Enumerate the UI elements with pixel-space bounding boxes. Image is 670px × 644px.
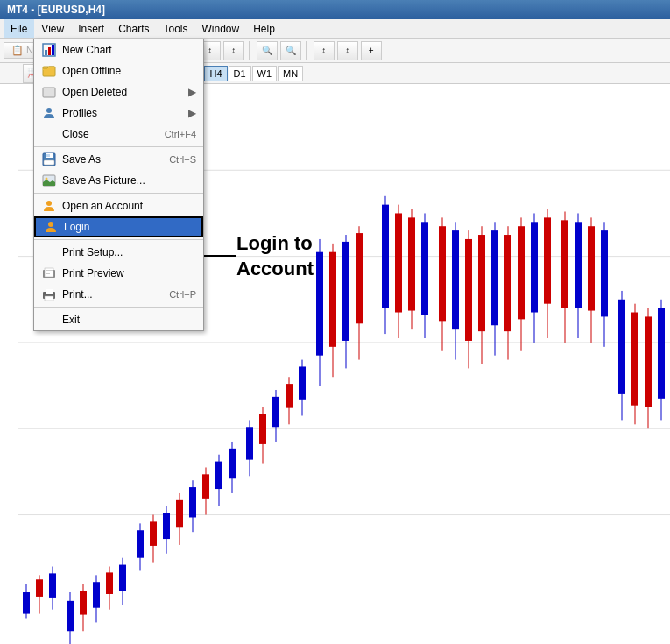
print-preview-label: Print Preview	[62, 267, 196, 280]
menu-file[interactable]: File	[4, 19, 34, 38]
menu-view[interactable]: View	[34, 19, 71, 38]
svg-point-113	[46, 201, 52, 206]
print-setup-icon	[41, 244, 57, 260]
svg-rect-70	[478, 235, 485, 331]
menu-open-account[interactable]: Open an Account	[34, 195, 203, 216]
open-account-icon	[41, 198, 57, 214]
tf-h4[interactable]: H4	[204, 66, 227, 81]
toolbar-separator-4	[306, 41, 309, 60]
svg-rect-54	[356, 233, 363, 323]
separator-2	[34, 193, 203, 194]
menu-login[interactable]: Login	[34, 216, 203, 237]
svg-rect-32	[202, 474, 209, 499]
print-shortcut: Ctrl+P	[169, 289, 196, 300]
svg-rect-52	[342, 242, 349, 341]
profiles-arrow: ▶	[188, 107, 196, 119]
new-chart-label: New Chart	[62, 44, 196, 56]
svg-rect-117	[46, 270, 53, 271]
exit-icon	[41, 312, 57, 328]
svg-rect-20	[119, 565, 126, 591]
svg-rect-22	[137, 530, 144, 557]
save-as-label: Save As	[62, 153, 169, 166]
menu-window[interactable]: Window	[195, 19, 247, 38]
svg-rect-82	[561, 220, 568, 308]
svg-rect-36	[229, 449, 236, 478]
menu-print[interactable]: Print... Ctrl+P	[34, 284, 203, 305]
menu-open-offline[interactable]: Open Offline	[34, 60, 203, 81]
svg-rect-24	[150, 521, 157, 546]
svg-rect-101	[48, 47, 51, 55]
toolbar-btn-5[interactable]: ↕	[314, 41, 335, 60]
svg-rect-119	[46, 273, 50, 274]
svg-rect-30	[189, 487, 196, 517]
toolbar-separator-3	[249, 41, 252, 60]
menu-print-preview[interactable]: Print Preview	[34, 263, 203, 284]
svg-rect-60	[408, 217, 415, 310]
toolbar-btn-6[interactable]: ↕	[337, 41, 358, 60]
svg-rect-16	[93, 582, 100, 607]
annotation-text: Login toAccount	[236, 231, 314, 281]
toolbar-btn-7[interactable]: +	[361, 41, 382, 60]
print-preview-icon	[41, 265, 57, 281]
svg-rect-44	[286, 384, 293, 408]
svg-rect-121	[46, 289, 53, 294]
svg-rect-62	[421, 222, 428, 315]
svg-rect-34	[215, 462, 222, 489]
open-deleted-label: Open Deleted	[62, 86, 188, 98]
tf-w1[interactable]: W1	[252, 66, 278, 81]
svg-rect-46	[299, 366, 306, 399]
close-shortcut: Ctrl+F4	[165, 129, 196, 139]
svg-rect-8	[36, 579, 43, 597]
title-bar: MT4 - [EURUSD,H4]	[0, 0, 670, 19]
toolbar-btn-2[interactable]: ↕	[223, 41, 244, 60]
menu-save-as[interactable]: Save As Ctrl+S	[34, 149, 203, 170]
open-offline-icon	[41, 63, 57, 79]
svg-rect-110	[44, 160, 54, 165]
menu-help[interactable]: Help	[246, 19, 282, 38]
new-order-icon: 📋	[11, 45, 24, 55]
svg-rect-105	[43, 88, 55, 97]
svg-rect-80	[544, 217, 551, 303]
menu-tools[interactable]: Tools	[157, 19, 195, 38]
svg-rect-78	[531, 222, 538, 312]
menu-charts[interactable]: Charts	[111, 19, 156, 38]
menu-new-chart[interactable]: New Chart	[34, 39, 203, 60]
svg-rect-102	[52, 45, 54, 55]
open-deleted-icon	[41, 84, 57, 100]
zoom-in-button[interactable]: 🔍	[257, 41, 278, 60]
menu-print-setup[interactable]: Print Setup...	[34, 242, 203, 263]
open-account-label: Open an Account	[62, 200, 196, 212]
menu-profiles[interactable]: Profiles ▶	[34, 103, 203, 124]
open-offline-label: Open Offline	[62, 65, 196, 77]
svg-rect-18	[106, 572, 113, 594]
svg-rect-100	[45, 50, 47, 55]
svg-rect-50	[329, 252, 336, 347]
svg-rect-10	[49, 573, 56, 598]
svg-rect-42	[272, 397, 279, 427]
login-label: Login	[64, 221, 194, 233]
menu-insert[interactable]: Insert	[71, 19, 111, 38]
svg-rect-90	[618, 300, 625, 394]
svg-rect-84	[575, 222, 582, 308]
svg-rect-94	[645, 316, 652, 407]
save-as-picture-label: Save As Picture...	[62, 174, 196, 187]
svg-rect-109	[46, 154, 50, 157]
menu-open-deleted[interactable]: Open Deleted ▶	[34, 81, 203, 103]
zoom-out-button[interactable]: 🔍	[280, 41, 301, 60]
separator-3	[34, 239, 203, 240]
svg-rect-6	[23, 592, 30, 614]
svg-point-114	[48, 222, 53, 227]
tf-mn[interactable]: MN	[278, 66, 303, 81]
menu-exit[interactable]: Exit	[34, 309, 203, 330]
save-as-icon	[41, 152, 57, 167]
svg-rect-58	[395, 213, 402, 312]
tf-d1[interactable]: D1	[229, 66, 251, 81]
menu-save-as-picture[interactable]: Save As Picture...	[34, 170, 203, 191]
svg-point-106	[46, 108, 52, 113]
svg-rect-76	[518, 226, 525, 319]
menu-close[interactable]: Close Ctrl+F4	[34, 124, 203, 145]
login-icon	[43, 219, 59, 235]
svg-rect-26	[163, 513, 170, 539]
svg-rect-28	[176, 500, 183, 527]
svg-rect-72	[491, 230, 498, 325]
